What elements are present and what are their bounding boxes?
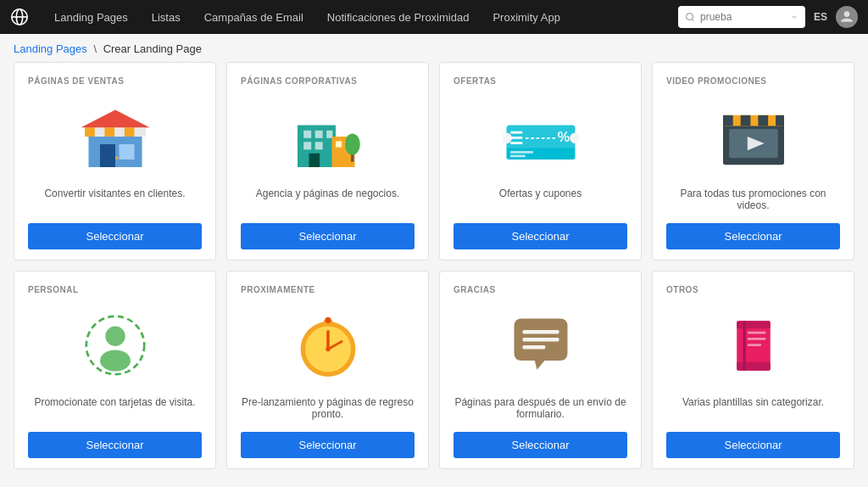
select-button-ofertas[interactable]: Seleccionar <box>453 223 627 249</box>
card-desc-ofertas: Ofertas y cupones <box>453 188 627 211</box>
svg-rect-22 <box>336 141 342 147</box>
breadcrumb-parent[interactable]: Landing Pages <box>14 42 87 55</box>
card-paginas-corporativas: PÁGINAS CORPORATIVAS <box>226 62 429 260</box>
svg-rect-41 <box>758 115 768 126</box>
card-desc-video-promociones: Para todas tus promociones con videos. <box>666 188 840 211</box>
card-illustration-ofertas: % <box>453 94 627 179</box>
nav-link-campanas-email[interactable]: Campañas de Email <box>192 0 315 34</box>
breadcrumb-current: Crear Landing Page <box>103 42 202 55</box>
card-label-personal: PERSONAL <box>28 285 79 294</box>
svg-rect-19 <box>314 142 322 149</box>
breadcrumb: Landing Pages \ Crear Landing Page <box>0 34 868 62</box>
svg-rect-62 <box>747 332 765 334</box>
nav-link-notificaciones[interactable]: Notificaciones de Proximidad <box>315 0 481 34</box>
svg-rect-34 <box>506 148 575 160</box>
select-button-proximamente[interactable]: Seleccionar <box>241 432 415 458</box>
svg-rect-59 <box>737 321 771 328</box>
card-proximamente: PROXIMAMENTE Pre-lanzamiento y páginas d… <box>226 271 429 469</box>
svg-rect-18 <box>303 142 311 149</box>
svg-rect-35 <box>510 151 533 154</box>
svg-rect-31 <box>510 137 522 139</box>
card-illustration-proximamente <box>241 303 415 388</box>
svg-rect-61 <box>743 321 746 371</box>
svg-rect-16 <box>314 131 322 138</box>
navbar: Landing Pages Listas Campañas de Email N… <box>0 0 868 34</box>
card-label-gracias: GRACIAS <box>453 285 496 294</box>
search-icon <box>685 12 695 22</box>
nav-link-landing-pages[interactable]: Landing Pages <box>42 0 140 34</box>
nav-link-proximity-app[interactable]: Proximity App <box>481 0 571 34</box>
card-label-ofertas: OFERTAS <box>453 76 497 86</box>
svg-point-54 <box>325 317 331 323</box>
svg-rect-36 <box>510 155 526 158</box>
card-illustration-otros <box>666 303 840 388</box>
svg-rect-56 <box>522 338 559 342</box>
card-otros: OTROS Varias plantillas sin categorizar.… <box>652 271 854 469</box>
card-desc-paginas-ventas: Convertir visitantes en clientes. <box>28 188 202 211</box>
svg-point-25 <box>344 133 359 154</box>
svg-rect-55 <box>522 330 559 334</box>
svg-point-47 <box>100 350 131 371</box>
select-button-gracias[interactable]: Seleccionar <box>453 432 627 458</box>
svg-rect-17 <box>326 131 332 138</box>
card-label-paginas-corporativas: PÁGINAS CORPORATIVAS <box>241 76 357 86</box>
svg-rect-32 <box>510 142 522 144</box>
svg-rect-9 <box>85 127 95 137</box>
svg-rect-40 <box>740 115 750 126</box>
svg-point-13 <box>115 156 119 160</box>
svg-rect-63 <box>747 338 765 340</box>
card-label-paginas-ventas: PÁGINAS DE VENTAS <box>28 76 124 86</box>
card-gracias: GRACIAS Páginas para después de un envío… <box>439 271 642 469</box>
card-desc-gracias: Páginas para después de un envío de form… <box>453 396 627 420</box>
card-personal: PERSONAL Promocionate con tarjetas de vi… <box>14 271 216 469</box>
svg-text:%: % <box>557 129 569 144</box>
svg-point-46 <box>105 327 125 346</box>
svg-rect-6 <box>100 144 115 167</box>
card-illustration-paginas-corporativas <box>241 94 415 179</box>
avatar[interactable] <box>836 6 858 28</box>
svg-line-4 <box>692 19 693 20</box>
card-label-proximamente: PROXIMAMENTE <box>241 285 315 294</box>
svg-point-52 <box>326 347 330 351</box>
card-video-promociones: VIDEO PROMOCIONES Para todas tus promoci… <box>652 62 854 260</box>
breadcrumb-separator: \ <box>93 42 97 55</box>
card-paginas-ventas: PÁGINAS DE VENTAS Convertir visitantes e… <box>14 62 216 260</box>
card-illustration-paginas-ventas <box>28 94 202 179</box>
svg-rect-60 <box>737 362 771 371</box>
language-badge[interactable]: ES <box>814 11 827 23</box>
card-desc-personal: Promocionate con tarjetas de visita. <box>28 396 202 420</box>
nav-right: ES <box>678 6 858 28</box>
search-input[interactable] <box>700 11 785 23</box>
card-illustration-video-promociones <box>666 94 840 179</box>
svg-rect-7 <box>119 144 134 160</box>
svg-rect-11 <box>124 127 134 137</box>
select-button-personal[interactable]: Seleccionar <box>28 432 202 458</box>
card-label-otros: OTROS <box>666 285 698 294</box>
svg-rect-57 <box>522 345 545 350</box>
chevron-down-icon <box>790 13 798 21</box>
card-label-video-promociones: VIDEO PROMOCIONES <box>666 76 767 86</box>
svg-point-3 <box>686 14 693 20</box>
nav-link-listas[interactable]: Listas <box>140 0 192 34</box>
card-illustration-personal <box>28 303 202 388</box>
card-illustration-gracias <box>453 303 627 388</box>
card-desc-paginas-corporativas: Agencia y páginas de negocios. <box>241 188 415 211</box>
svg-rect-15 <box>303 131 311 138</box>
svg-rect-42 <box>776 115 784 126</box>
svg-rect-30 <box>510 132 522 134</box>
cards-grid: PÁGINAS DE VENTAS Convertir visitantes e… <box>0 62 868 483</box>
svg-rect-64 <box>747 344 760 346</box>
card-desc-proximamente: Pre-lanzamiento y páginas de regreso pro… <box>241 396 415 420</box>
card-desc-otros: Varias plantillas sin categorizar. <box>666 396 840 420</box>
svg-rect-10 <box>104 127 114 137</box>
select-button-otros[interactable]: Seleccionar <box>666 432 840 458</box>
select-button-paginas-corporativas[interactable]: Seleccionar <box>241 223 415 249</box>
select-button-video-promociones[interactable]: Seleccionar <box>666 223 840 249</box>
nav-links: Landing Pages Listas Campañas de Email N… <box>42 0 678 34</box>
search-wrapper[interactable] <box>678 6 805 28</box>
svg-rect-39 <box>723 115 733 126</box>
svg-marker-12 <box>81 110 149 128</box>
brand[interactable] <box>10 8 29 26</box>
card-ofertas: OFERTAS % O <box>439 62 642 260</box>
select-button-paginas-ventas[interactable]: Seleccionar <box>28 223 202 249</box>
